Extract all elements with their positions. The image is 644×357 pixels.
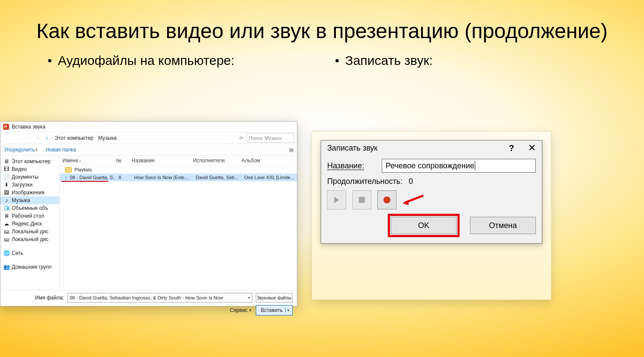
cancel-button[interactable]: Отмена — [470, 217, 536, 234]
sidebar-item-label: Сеть — [12, 250, 23, 256]
insert-button[interactable]: Вставить ▾ — [256, 305, 293, 315]
recording-name-input[interactable]: Речевое сопровождение — [382, 159, 536, 173]
annotation-underline — [61, 181, 108, 182]
chevron-down-icon: ▾ — [248, 296, 250, 300]
sidebar-item-cube[interactable]: 🧊Объемные объ — [0, 204, 59, 212]
column-name[interactable]: Имени ▴ — [60, 158, 113, 164]
record-button[interactable] — [377, 190, 396, 209]
sidebar-item-label: Рабочий стол — [12, 213, 44, 219]
column-title[interactable]: Название — [129, 158, 190, 164]
column-headers[interactable]: Имени ▴ № Название Исполнители Альбом — [60, 156, 297, 166]
video-icon: 🎞 — [4, 167, 9, 172]
breadcrumb[interactable]: › Этот компьютер › Музыка — [52, 135, 116, 141]
sidebar-item-label: Этот компьютер — [12, 158, 51, 164]
record-panel-backdrop: Записать звук ? ✕ Название: Речевое сопр… — [312, 131, 551, 300]
column-track-no[interactable]: № — [113, 158, 129, 164]
chevron-down-icon: ▾ — [249, 308, 251, 312]
breadcrumb-folder[interactable]: Музыка — [98, 135, 116, 141]
sidebar-item-image[interactable]: 🖼Изображения — [0, 189, 59, 196]
bullet-audio-on-pc: Аудиофайлы на компьютере: — [48, 53, 309, 68]
sidebar-item-pc[interactable]: 🖥Этот компьютер — [0, 158, 59, 165]
sidebar-item-label: Загрузки — [12, 182, 32, 188]
help-button[interactable]: ? — [509, 143, 514, 153]
cube-icon: 🧊 — [4, 206, 9, 211]
breadcrumb-dropdown[interactable]: ˅ — [228, 134, 235, 142]
sidebar-item-label: Объемные объ — [12, 205, 48, 211]
filename-label: Имя файла: — [35, 295, 64, 301]
sidebar-item-cloud[interactable]: ☁Яндекс.Диск — [0, 220, 59, 228]
powerpoint-icon — [3, 124, 9, 130]
home-icon: 👥 — [4, 264, 9, 270]
sidebar-item-doc[interactable]: 📄Документы — [0, 173, 59, 181]
sidebar-item-music[interactable]: ♪Музыка — [0, 196, 59, 204]
sidebar-item-video[interactable]: 🎞Видео — [0, 165, 59, 173]
net-icon: 🌐 — [4, 251, 9, 256]
sort-asc-icon: ▴ — [79, 159, 81, 163]
play-icon — [334, 196, 339, 203]
sidebar-item-download[interactable]: ⬇Загрузки — [0, 181, 59, 189]
sidebar-item-label: Домашняя групп — [12, 264, 52, 270]
dialog-title: Вставка звука — [12, 124, 45, 130]
stop-button[interactable] — [352, 190, 371, 209]
chevron-down-icon: ▾ — [35, 148, 38, 152]
dialog-title: Записать звук — [327, 144, 377, 153]
column-artist[interactable]: Исполнители — [190, 158, 239, 164]
sidebar-item-net[interactable]: 🌐Сеть — [0, 249, 59, 257]
sidebar-item-disk[interactable]: 🖴Локальный дис — [0, 235, 59, 243]
chevron-right-icon: › — [95, 136, 97, 140]
ok-highlight: OK — [388, 214, 460, 237]
bullet-record-sound: Записать звук: — [335, 53, 596, 68]
sidebar-item-home[interactable]: 👥Домашняя групп — [0, 263, 59, 271]
stop-icon — [359, 197, 365, 203]
close-button[interactable]: ✕ — [528, 142, 536, 154]
insert-split-arrow[interactable]: ▾ — [285, 308, 291, 312]
music-icon: ♪ — [4, 198, 9, 203]
new-folder-button[interactable]: Новая папка — [45, 147, 76, 153]
file-open-dialog: Вставка звука ← → ˅ ↑ ♪ › Этот компьютер… — [0, 121, 297, 306]
duration-value: 0 — [409, 177, 413, 186]
disk-icon: 🖴 — [4, 229, 9, 234]
dialog-toolbar: Упорядочить ▾ Новая папка ▤ — [0, 144, 297, 156]
sidebar-item-label: Музыка — [12, 197, 30, 203]
file-list: Имени ▴ № Название Исполнители Альбом Pl… — [60, 156, 297, 290]
up-button[interactable]: ↑ — [34, 134, 42, 142]
download-icon: ⬇ — [4, 182, 9, 187]
sidebar-item-label: Изображения — [12, 190, 44, 196]
audio-file-icon: ♪ — [65, 175, 68, 180]
ok-button[interactable]: OK — [391, 217, 457, 234]
breadcrumb-root[interactable]: Этот компьютер — [55, 135, 93, 141]
cloud-icon: ☁ — [4, 221, 9, 226]
dialog-footer: Имя файла: 08 - David Guetta, Sebastian … — [0, 290, 297, 318]
folder-row[interactable]: Playlists — [60, 166, 297, 174]
tools-menu[interactable]: Сервис ▾ — [230, 307, 251, 313]
sidebar-item-label: Яндекс.Диск — [12, 221, 42, 227]
address-bar: ← → ˅ ↑ ♪ › Этот компьютер › Музыка ˅ ⟳ … — [0, 132, 297, 144]
back-button[interactable]: ← — [3, 134, 11, 142]
slide-title: Как вставить видео или звук в презентаци… — [26, 19, 618, 43]
sidebar-item-disk[interactable]: 🖴Локальный дис — [0, 228, 59, 235]
name-label: Название: — [327, 161, 376, 170]
folder-icon — [65, 167, 72, 173]
doc-icon: 📄 — [4, 174, 9, 180]
text-caret — [475, 161, 475, 170]
sidebar-item-desktop[interactable]: 🖥Рабочий стол — [0, 212, 59, 220]
organize-menu[interactable]: Упорядочить ▾ — [4, 147, 38, 153]
file-row[interactable]: ♪08 - David Guetta, S...8How Soon Is Now… — [60, 174, 297, 181]
filetype-filter[interactable]: Звуковые файлы — [256, 293, 293, 302]
playback-controls — [327, 190, 536, 209]
view-options-button[interactable]: ▤ — [289, 147, 293, 153]
annotation-arrow — [402, 195, 424, 205]
slide-columns: Аудиофайлы на компьютере: Записать звук: — [0, 53, 644, 75]
search-input[interactable]: Поиск: Музыка — [247, 133, 294, 143]
filename-input[interactable]: 08 - David Guetta, Sebastian Ingrosso, &… — [68, 293, 252, 302]
forward-button[interactable]: → — [13, 134, 21, 142]
sidebar-item-label: Локальный дис — [12, 228, 48, 235]
recent-locations-button[interactable]: ˅ — [24, 134, 32, 142]
column-album[interactable]: Альбом — [239, 158, 297, 164]
play-button[interactable] — [327, 190, 346, 209]
refresh-button[interactable]: ⟳ — [237, 134, 245, 142]
desktop-icon: 🖥 — [4, 213, 9, 219]
duration-label: Продолжительность: — [327, 177, 402, 186]
navigation-tree: 🖥Этот компьютер🎞Видео📄Документы⬇Загрузки… — [0, 156, 60, 290]
pc-icon: 🖥 — [4, 159, 9, 164]
